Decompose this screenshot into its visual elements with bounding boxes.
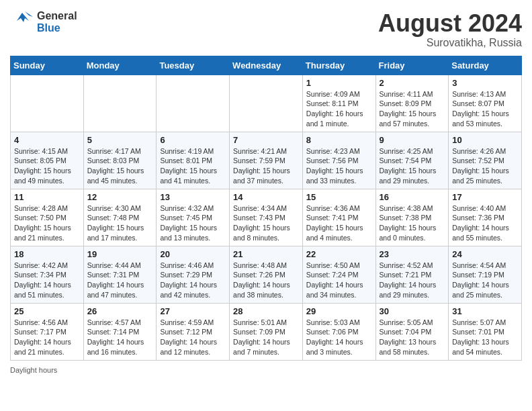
- day-info: Sunrise: 4:57 AM Sunset: 7:14 PM Dayligh…: [87, 318, 153, 357]
- svg-marker-1: [25, 11, 33, 17]
- day-header-monday: Monday: [83, 56, 157, 75]
- day-info: Sunrise: 4:48 AM Sunset: 7:26 PM Dayligh…: [233, 261, 299, 300]
- calendar-header-row: SundayMondayTuesdayWednesdayThursdayFrid…: [11, 56, 522, 75]
- day-number: 24: [452, 249, 518, 259]
- day-number: 28: [233, 306, 299, 316]
- day-number: 8: [306, 135, 372, 145]
- daylight-hours-label: Daylight hours: [10, 366, 57, 374]
- day-info: Sunrise: 5:05 AM Sunset: 7:04 PM Dayligh…: [380, 318, 445, 357]
- day-info: Sunrise: 4:15 AM Sunset: 8:05 PM Dayligh…: [14, 146, 80, 186]
- day-cell-5: 5Sunrise: 4:17 AM Sunset: 8:03 PM Daylig…: [83, 132, 157, 189]
- day-cell-11: 11Sunrise: 4:28 AM Sunset: 7:50 PM Dayli…: [11, 189, 84, 246]
- day-info: Sunrise: 4:56 AM Sunset: 7:17 PM Dayligh…: [14, 318, 80, 357]
- day-number: 11: [14, 192, 80, 202]
- day-cell-9: 9Sunrise: 4:25 AM Sunset: 7:54 PM Daylig…: [375, 132, 449, 189]
- day-cell-30: 30Sunrise: 5:05 AM Sunset: 7:04 PM Dayli…: [375, 303, 449, 360]
- day-number: 27: [160, 306, 226, 316]
- day-cell-7: 7Sunrise: 4:21 AM Sunset: 7:59 PM Daylig…: [230, 132, 303, 189]
- empty-cell: [83, 75, 157, 132]
- day-cell-25: 25Sunrise: 4:56 AM Sunset: 7:17 PM Dayli…: [11, 303, 84, 360]
- day-cell-22: 22Sunrise: 4:50 AM Sunset: 7:24 PM Dayli…: [302, 246, 375, 303]
- day-cell-12: 12Sunrise: 4:30 AM Sunset: 7:48 PM Dayli…: [83, 189, 157, 246]
- day-cell-17: 17Sunrise: 4:40 AM Sunset: 7:36 PM Dayli…: [449, 189, 522, 246]
- day-cell-10: 10Sunrise: 4:26 AM Sunset: 7:52 PM Dayli…: [449, 132, 522, 189]
- day-number: 23: [380, 249, 445, 259]
- day-header-sunday: Sunday: [11, 56, 84, 75]
- day-number: 1: [306, 78, 372, 88]
- day-cell-18: 18Sunrise: 4:42 AM Sunset: 7:34 PM Dayli…: [11, 246, 84, 303]
- day-cell-23: 23Sunrise: 4:52 AM Sunset: 7:21 PM Dayli…: [375, 246, 449, 303]
- day-info: Sunrise: 4:54 AM Sunset: 7:19 PM Dayligh…: [452, 261, 518, 300]
- day-info: Sunrise: 4:44 AM Sunset: 7:31 PM Dayligh…: [87, 261, 153, 300]
- day-number: 14: [233, 192, 299, 202]
- day-cell-19: 19Sunrise: 4:44 AM Sunset: 7:31 PM Dayli…: [83, 246, 157, 303]
- day-header-tuesday: Tuesday: [157, 56, 230, 75]
- day-number: 12: [87, 192, 153, 202]
- day-info: Sunrise: 4:28 AM Sunset: 7:50 PM Dayligh…: [14, 203, 80, 243]
- svg-marker-0: [17, 13, 29, 22]
- day-number: 20: [160, 249, 226, 259]
- day-number: 13: [160, 192, 226, 202]
- day-number: 21: [233, 249, 299, 259]
- day-header-saturday: Saturday: [449, 56, 522, 75]
- week-row-1: 1Sunrise: 4:09 AM Sunset: 8:11 PM Daylig…: [11, 75, 522, 132]
- day-info: Sunrise: 4:17 AM Sunset: 8:03 PM Dayligh…: [87, 146, 153, 186]
- day-info: Sunrise: 4:42 AM Sunset: 7:34 PM Dayligh…: [14, 261, 80, 300]
- day-cell-6: 6Sunrise: 4:19 AM Sunset: 8:01 PM Daylig…: [157, 132, 230, 189]
- empty-cell: [11, 75, 84, 132]
- day-info: Sunrise: 5:03 AM Sunset: 7:06 PM Dayligh…: [306, 318, 372, 357]
- logo-graphic: General Blue: [10, 10, 77, 35]
- day-cell-13: 13Sunrise: 4:32 AM Sunset: 7:45 PM Dayli…: [157, 189, 230, 246]
- day-cell-14: 14Sunrise: 4:34 AM Sunset: 7:43 PM Dayli…: [230, 189, 303, 246]
- day-number: 6: [160, 135, 226, 145]
- day-info: Sunrise: 4:50 AM Sunset: 7:24 PM Dayligh…: [306, 261, 372, 300]
- month-year: August 2024: [378, 10, 522, 37]
- day-cell-27: 27Sunrise: 4:59 AM Sunset: 7:12 PM Dayli…: [157, 303, 230, 360]
- day-info: Sunrise: 4:23 AM Sunset: 7:56 PM Dayligh…: [306, 146, 372, 186]
- week-row-2: 4Sunrise: 4:15 AM Sunset: 8:05 PM Daylig…: [11, 132, 522, 189]
- empty-cell: [230, 75, 303, 132]
- day-info: Sunrise: 4:40 AM Sunset: 7:36 PM Dayligh…: [452, 203, 518, 243]
- day-number: 3: [452, 78, 518, 88]
- day-number: 17: [452, 192, 518, 202]
- day-cell-16: 16Sunrise: 4:38 AM Sunset: 7:38 PM Dayli…: [375, 189, 449, 246]
- day-cell-1: 1Sunrise: 4:09 AM Sunset: 8:11 PM Daylig…: [302, 75, 375, 132]
- day-number: 2: [380, 78, 445, 88]
- day-cell-21: 21Sunrise: 4:48 AM Sunset: 7:26 PM Dayli…: [230, 246, 303, 303]
- day-cell-24: 24Sunrise: 4:54 AM Sunset: 7:19 PM Dayli…: [449, 246, 522, 303]
- logo: General Blue: [10, 10, 77, 35]
- calendar-body: 1Sunrise: 4:09 AM Sunset: 8:11 PM Daylig…: [11, 75, 522, 360]
- day-cell-28: 28Sunrise: 5:01 AM Sunset: 7:09 PM Dayli…: [230, 303, 303, 360]
- logo-line2: Blue: [37, 22, 77, 34]
- day-info: Sunrise: 4:38 AM Sunset: 7:38 PM Dayligh…: [380, 203, 445, 243]
- day-info: Sunrise: 4:30 AM Sunset: 7:48 PM Dayligh…: [87, 203, 153, 243]
- day-info: Sunrise: 5:07 AM Sunset: 7:01 PM Dayligh…: [452, 318, 518, 357]
- day-info: Sunrise: 4:36 AM Sunset: 7:41 PM Dayligh…: [306, 203, 372, 243]
- page-header: General Blue August 2024 Surovatikha, Ru…: [10, 10, 522, 49]
- day-info: Sunrise: 4:19 AM Sunset: 8:01 PM Dayligh…: [160, 146, 226, 186]
- title-block: August 2024 Surovatikha, Russia: [378, 10, 522, 49]
- day-number: 10: [452, 135, 518, 145]
- week-row-5: 25Sunrise: 4:56 AM Sunset: 7:17 PM Dayli…: [11, 303, 522, 360]
- day-cell-29: 29Sunrise: 5:03 AM Sunset: 7:06 PM Dayli…: [302, 303, 375, 360]
- day-number: 15: [306, 192, 372, 202]
- day-info: Sunrise: 4:46 AM Sunset: 7:29 PM Dayligh…: [160, 261, 226, 300]
- day-header-friday: Friday: [375, 56, 449, 75]
- day-number: 18: [14, 249, 80, 259]
- day-number: 25: [14, 306, 80, 316]
- day-info: Sunrise: 4:52 AM Sunset: 7:21 PM Dayligh…: [380, 261, 445, 300]
- day-number: 9: [380, 135, 445, 145]
- day-cell-20: 20Sunrise: 4:46 AM Sunset: 7:29 PM Dayli…: [157, 246, 230, 303]
- day-cell-3: 3Sunrise: 4:13 AM Sunset: 8:07 PM Daylig…: [449, 75, 522, 132]
- day-info: Sunrise: 4:13 AM Sunset: 8:07 PM Dayligh…: [452, 89, 518, 129]
- day-info: Sunrise: 4:11 AM Sunset: 8:09 PM Dayligh…: [380, 89, 445, 129]
- day-cell-8: 8Sunrise: 4:23 AM Sunset: 7:56 PM Daylig…: [302, 132, 375, 189]
- day-info: Sunrise: 5:01 AM Sunset: 7:09 PM Dayligh…: [233, 318, 299, 357]
- logo-bird-icon: [10, 10, 34, 34]
- day-info: Sunrise: 4:25 AM Sunset: 7:54 PM Dayligh…: [380, 146, 445, 186]
- calendar-table: SundayMondayTuesdayWednesdayThursdayFrid…: [10, 56, 522, 361]
- day-info: Sunrise: 4:21 AM Sunset: 7:59 PM Dayligh…: [233, 146, 299, 186]
- day-info: Sunrise: 4:26 AM Sunset: 7:52 PM Dayligh…: [452, 146, 518, 186]
- day-number: 19: [87, 249, 153, 259]
- day-number: 16: [380, 192, 445, 202]
